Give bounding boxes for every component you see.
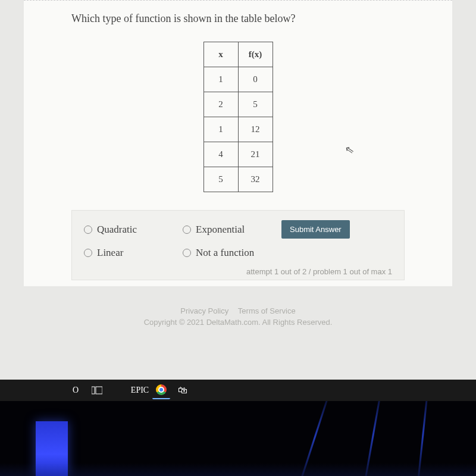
cell-fx: 32 — [238, 167, 273, 192]
problem-card: Which type of function is shown in the t… — [24, 0, 452, 286]
windows-taskbar: O EPIC 🛍 — [0, 380, 476, 401]
option-linear[interactable]: Linear — [84, 247, 167, 259]
cell-x: 4 — [203, 142, 238, 167]
question-text: Which type of function is shown in the t… — [71, 12, 405, 25]
answer-panel: Quadratic Exponential Submit Answer Line… — [71, 210, 405, 280]
privacy-link[interactable]: Privacy Policy — [180, 306, 228, 315]
submit-answer-button[interactable]: Submit Answer — [281, 220, 350, 239]
cell-x: 2 — [203, 92, 238, 117]
desk-area — [0, 401, 476, 476]
table-row: 4 21 — [203, 142, 273, 167]
option-quadratic[interactable]: Quadratic — [84, 224, 167, 236]
cell-fx: 0 — [238, 67, 273, 92]
radio-icon — [84, 249, 92, 257]
radio-icon — [183, 226, 191, 234]
desk-glow — [0, 463, 476, 476]
cortana-icon[interactable]: O — [67, 381, 84, 399]
option-label: Not a function — [196, 247, 254, 259]
svg-rect-1 — [96, 387, 102, 394]
function-table-wrap: x f(x) 1 0 2 5 1 12 4 21 5 32 — [71, 42, 405, 192]
file-explorer-icon[interactable] — [109, 381, 127, 399]
option-exponential[interactable]: Exponential — [183, 224, 266, 236]
table-row: 2 5 — [203, 92, 273, 117]
table-header-fx: f(x) — [238, 42, 273, 67]
cell-x: 5 — [203, 167, 238, 192]
option-label: Exponential — [196, 224, 245, 236]
task-view-icon[interactable] — [88, 381, 106, 399]
chrome-icon[interactable] — [152, 381, 170, 399]
terms-link[interactable]: Terms of Service — [238, 306, 296, 315]
cell-fx: 5 — [238, 92, 273, 117]
function-table: x f(x) 1 0 2 5 1 12 4 21 5 32 — [203, 42, 273, 192]
table-row: 5 32 — [203, 167, 273, 192]
option-not-a-function[interactable]: Not a function — [183, 247, 290, 259]
option-label: Quadratic — [97, 224, 137, 236]
cell-fx: 21 — [238, 142, 273, 167]
cell-x: 1 — [203, 67, 238, 92]
attempt-status: attempt 1 out of 2 / problem 1 out of ma… — [84, 267, 392, 276]
option-label: Linear — [97, 247, 123, 259]
cell-x: 1 — [203, 117, 238, 142]
copyright-text: Copyright © 2021 DeltaMath.com. All Righ… — [0, 318, 476, 327]
cell-fx: 12 — [238, 117, 273, 142]
svg-rect-0 — [92, 387, 95, 394]
radio-icon — [84, 226, 92, 234]
table-row: 1 0 — [203, 67, 273, 92]
table-header-x: x — [203, 42, 238, 67]
radio-icon — [183, 249, 191, 257]
table-row: 1 12 — [203, 117, 273, 142]
epic-games-icon[interactable]: EPIC — [131, 381, 149, 399]
page-footer: Privacy Policy Terms of Service Copyrigh… — [0, 306, 476, 336]
microsoft-store-icon[interactable]: 🛍 — [174, 381, 192, 399]
